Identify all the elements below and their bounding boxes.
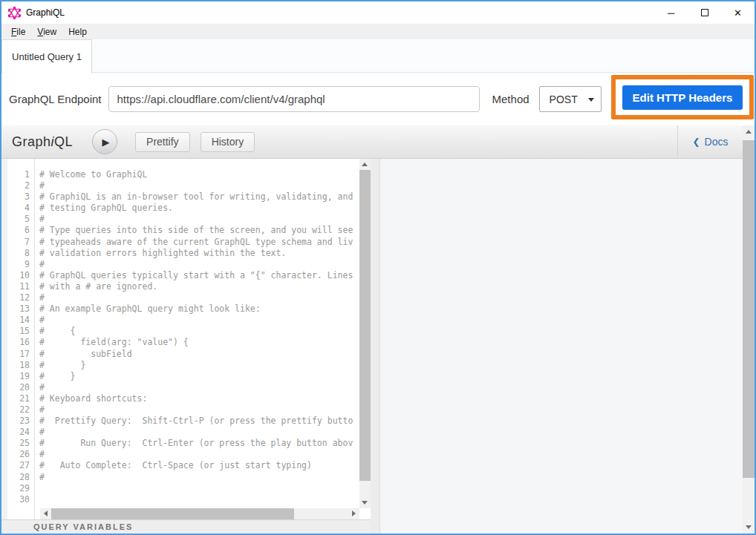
line-number: 10 <box>7 270 30 281</box>
minimize-button[interactable]: ─ <box>654 1 688 24</box>
code-line: # testing GraphQL queries. <box>39 203 359 214</box>
code-line: # <box>39 180 359 191</box>
play-icon: ▶ <box>102 137 110 148</box>
line-number: 3 <box>7 191 30 203</box>
code-line: # <box>39 292 359 303</box>
page-scroll-thumb[interactable] <box>743 140 755 478</box>
line-number: 20 <box>7 382 30 393</box>
tab-untitled-query-1[interactable]: Untitled Query 1 <box>1 39 92 73</box>
code-line: # { <box>39 326 359 337</box>
scroll-down-icon[interactable] <box>362 501 368 505</box>
scroll-left-icon[interactable] <box>44 511 48 516</box>
code-line: # <box>39 259 359 270</box>
page-scroll-up-icon[interactable] <box>746 130 752 134</box>
code-line: # <box>39 404 359 416</box>
line-number: 14 <box>7 315 30 326</box>
history-button[interactable]: History <box>201 132 255 152</box>
code-line: # Run Query: Ctrl-Enter (or press the pl… <box>39 438 359 449</box>
code-line: # Keyboard shortcuts: <box>39 393 359 404</box>
line-number: 17 <box>7 349 30 360</box>
line-number: 24 <box>7 427 30 438</box>
line-number: 15 <box>7 326 30 337</box>
code-line: # field(arg: "value") { <box>39 337 359 348</box>
editor-vertical-scrollbar[interactable] <box>359 159 371 508</box>
code-line: # validation errors highlighted within t… <box>39 248 359 259</box>
line-number: 13 <box>7 303 30 315</box>
page-scroll-down-icon[interactable] <box>746 525 752 529</box>
app-window: GraphiQL ─ ✕ FileViewHelp Untitled Query… <box>0 0 756 535</box>
code-line: # with a # are ignored. <box>39 281 359 292</box>
code-line: # <box>39 382 359 393</box>
tab-label: Untitled Query 1 <box>12 51 82 62</box>
graphiql-logo-text: GraphiQL <box>12 134 73 150</box>
line-number: 11 <box>7 281 30 292</box>
code-line: # GraphQL queries typically start with a… <box>39 270 359 281</box>
prettify-button[interactable]: Prettify <box>135 132 190 152</box>
line-number: 7 <box>7 237 30 248</box>
line-number: 1 <box>7 169 30 180</box>
line-number: 9 <box>7 259 30 270</box>
code-line: # <box>39 427 359 438</box>
line-number: 18 <box>7 360 30 371</box>
method-select[interactable]: POST <box>539 86 602 112</box>
horizontal-scroll-thumb[interactable] <box>51 508 294 519</box>
line-number: 23 <box>7 416 30 427</box>
method-selected-value: POST <box>550 93 578 105</box>
query-variables-toggle[interactable]: QUERY VARIABLES <box>1 519 371 534</box>
page-vertical-scrollbar[interactable] <box>743 125 755 534</box>
scroll-right-icon[interactable] <box>352 511 356 516</box>
main-area: GraphiQL ▶ Prettify History ❮ Docs 12345… <box>1 125 755 534</box>
line-number: 12 <box>7 292 30 303</box>
editor-horizontal-scrollbar[interactable] <box>40 508 359 519</box>
code-line: # } <box>39 360 359 371</box>
scroll-up-icon[interactable] <box>362 163 368 166</box>
line-number: 30 <box>7 494 30 505</box>
line-number: 8 <box>7 248 30 259</box>
endpoint-url-input[interactable] <box>108 86 480 112</box>
edit-http-headers-button[interactable]: Edit HTTP Headers <box>622 85 743 110</box>
code-line: # Type queries into this side of the scr… <box>39 225 359 236</box>
close-button[interactable]: ✕ <box>721 1 755 24</box>
query-variables-title: QUERY VARIABLES <box>33 522 133 531</box>
query-editor[interactable]: 1234567891011121314151617181920212223242… <box>1 159 371 519</box>
line-number: 4 <box>7 203 30 214</box>
code-line <box>39 483 359 494</box>
code-line <box>39 494 359 505</box>
code-line: # <box>39 315 359 326</box>
docs-link-label: Docs <box>705 136 729 148</box>
vertical-scroll-thumb[interactable] <box>359 170 371 481</box>
code-line: # <box>39 472 359 483</box>
docs-toggle[interactable]: ❮ Docs <box>677 125 743 158</box>
graphiql-container: GraphiQL ▶ Prettify History ❮ Docs 12345… <box>1 125 743 534</box>
highlight-annotation-box: Edit HTTP Headers <box>611 75 754 119</box>
maximize-icon <box>701 9 708 16</box>
result-pane <box>380 159 743 534</box>
line-number: 21 <box>7 393 30 404</box>
line-number: 27 <box>7 460 30 471</box>
tab-row: Untitled Query 1 <box>1 39 755 73</box>
pane-resize-handle[interactable] <box>371 159 380 534</box>
window-title: GraphiQL <box>26 7 65 18</box>
window-controls: ─ ✕ <box>654 1 755 24</box>
line-number: 16 <box>7 337 30 348</box>
workspace: 1234567891011121314151617181920212223242… <box>1 159 743 534</box>
chevron-left-icon: ❮ <box>693 137 700 147</box>
code-line: # <box>39 449 359 460</box>
query-pane: 1234567891011121314151617181920212223242… <box>1 159 371 534</box>
execute-query-button[interactable]: ▶ <box>92 129 117 154</box>
endpoint-label: GraphQL Endpoint <box>9 93 102 105</box>
menu-help[interactable]: Help <box>62 25 93 39</box>
graphql-logo-icon <box>8 7 21 19</box>
code-line: # <box>39 214 359 225</box>
code-line: # Auto Complete: Ctrl-Space (or just sta… <box>39 460 359 471</box>
menu-view[interactable]: View <box>31 25 62 39</box>
code-line: # Prettify Query: Shift-Ctrl-P (or press… <box>39 416 359 427</box>
caret-down-icon <box>588 98 594 102</box>
code-area[interactable]: # Welcome to GraphiQL## GraphiQL is an i… <box>35 159 359 519</box>
line-number-gutter: 1234567891011121314151617181920212223242… <box>7 159 35 519</box>
line-number: 2 <box>7 180 30 191</box>
menu-file[interactable]: File <box>5 25 31 39</box>
title-bar: GraphiQL ─ ✕ <box>1 1 755 24</box>
maximize-button[interactable] <box>688 1 721 24</box>
line-number: 26 <box>7 449 30 460</box>
